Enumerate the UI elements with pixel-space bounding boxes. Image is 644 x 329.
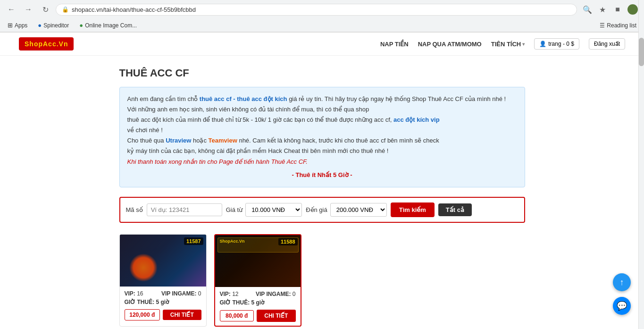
search-filters: Mã số Giá từ 10.000 VNĐ Đến giá 200.000 … (119, 197, 525, 223)
extensions-btn[interactable]: ■ (611, 3, 624, 16)
lock-icon: 🔒 (62, 6, 69, 13)
chat-button[interactable]: 💬 (613, 297, 631, 315)
forward-button[interactable]: → (22, 3, 35, 16)
price-button-1[interactable]: 120,000 đ (125, 309, 160, 321)
account-button[interactable]: 👤 trang - 0 $ (534, 38, 579, 50)
refresh-button[interactable]: ↻ (39, 3, 52, 16)
info-text-7: hoặc (193, 137, 209, 144)
browser-toolbar: ← → ↻ 🔒 shopacc.vn/tai-khoan/thue-acc-cf… (0, 0, 644, 19)
reading-list-label: Reading list (607, 22, 636, 29)
product-id-badge-2: 11588 (278, 238, 298, 245)
product-stats-1: VIP: 16 VIP INGAME: 0 (125, 290, 201, 297)
bookmark-apps-label: Apps (15, 22, 27, 29)
search-button[interactable]: Tìm kiếm (391, 202, 435, 217)
page-wrapper: ShopAcc.Vn NAP TIỀN NAP QUA ATM/MOMO TIÊ… (0, 33, 644, 329)
product-stats-2: VIP: 12 VIP INGAME: 0 (220, 291, 296, 297)
scrollbar[interactable] (638, 0, 644, 329)
vip-ingame-label-2: VIP INGAME: 0 (256, 291, 295, 297)
info-box: Anh em đang cần tìm chỗ thuê acc cf - th… (119, 87, 525, 187)
search-action-btn[interactable]: 🔍 (581, 3, 594, 16)
main-content: THUÊ ACC CF Anh em đang cần tìm chỗ thuê… (110, 56, 535, 329)
ma-so-label: Mã số (126, 206, 143, 213)
product-actions-2: 80,000 đ CHI TIẾT (220, 310, 296, 322)
product-info-2: VIP: 12 VIP INGAME: 0 GIỜ THUÊ: 5 giờ 80… (215, 287, 301, 326)
vip-label-2: VIP: 12 (220, 291, 239, 297)
url-text: shopacc.vn/tai-khoan/thue-acc-cf-55b9bfc… (72, 6, 571, 13)
bookmark-online-image-label: Online Image Com... (85, 22, 137, 29)
info-text-9: kỷ máy tính của các bạn, không cài đặt p… (127, 147, 389, 154)
logout-button[interactable]: Đăng xuất (589, 38, 625, 50)
online-image-icon: ● (79, 22, 83, 29)
info-text-6: Cho thuê qua (127, 137, 166, 144)
product-card-1: 11587 VIP: 16 VIP INGAME: 0 GIỜ THUÊ: 5 … (119, 234, 207, 327)
bookmark-spineditor-label: Spineditor (43, 22, 69, 29)
products-grid: 11587 VIP: 16 VIP INGAME: 0 GIỜ THUÊ: 5 … (119, 234, 525, 327)
product-image-1: 11587 (120, 235, 206, 287)
product-id-badge-1: 11587 (184, 237, 203, 245)
price-button-2[interactable]: 80,000 đ (220, 310, 254, 321)
nav-tien-ich[interactable]: TIÊN TÍCH ▾ (491, 41, 525, 48)
gia-tu-group: Giá từ 10.000 VNĐ (226, 203, 302, 217)
product-hours-2: GIỜ THUÊ: 5 giờ (220, 299, 296, 306)
info-highlight-3: Utraview (166, 137, 191, 144)
info-text-4: thuê acc đột kích của mình để thuê chỉ t… (127, 116, 394, 123)
info-min-hours: - Thuê ít Nhất 5 Giờ - (127, 170, 517, 180)
scroll-up-icon: ↑ (620, 278, 624, 287)
den-gia-label: Đến giá (306, 206, 327, 213)
bookmark-online-image[interactable]: ● Online Image Com... (76, 21, 140, 30)
detail-button-1[interactable]: CHI TIẾT (163, 310, 201, 320)
browser-chrome: ← → ↻ 🔒 shopacc.vn/tai-khoan/thue-acc-cf… (0, 0, 644, 33)
info-text-2: giá rẻ uy tín. Thì hãy truy cập ngay hệ … (289, 95, 506, 102)
info-text-8: nhé. Cam kết là không hack, trước khi ch… (239, 137, 439, 144)
product-info-1: VIP: 16 VIP INGAME: 0 GIỜ THUÊ: 5 giờ 12… (120, 287, 206, 324)
den-gia-select[interactable]: 200.000 VNĐ (330, 203, 387, 217)
bookmark-spineditor[interactable]: ● Spineditor (35, 21, 72, 30)
scrollbar-thumb[interactable] (639, 38, 644, 66)
info-highlight-4: Teamview (209, 137, 237, 144)
site-nav: NAP TIỀN NAP QUA ATM/MOMO TIÊN TÍCH ▾ 👤 … (380, 38, 625, 50)
bookmark-apps[interactable]: ⊞ Apps (5, 21, 30, 30)
apps-grid-icon: ⊞ (8, 22, 13, 29)
info-text-3: Với những anh em học sinh, sinh viên khô… (127, 106, 369, 113)
gia-tu-label: Giá từ (226, 206, 243, 213)
star-action-btn[interactable]: ★ (596, 3, 609, 16)
profile-btn[interactable] (626, 3, 639, 16)
page-title: THUÊ ACC CF (119, 67, 525, 79)
address-bar[interactable]: 🔒 shopacc.vn/tai-khoan/thue-acc-cf-55b9b… (56, 4, 577, 16)
vip-ingame-label-1: VIP INGAME: 0 (161, 290, 201, 297)
den-gia-group: Đến giá 200.000 VNĐ (306, 203, 387, 217)
vip-label-1: VIP: 16 (125, 290, 143, 297)
site-header: ShopAcc.Vn NAP TIỀN NAP QUA ATM/MOMO TIÊ… (0, 33, 644, 56)
site-logo: ShopAcc.Vn (19, 37, 74, 51)
product-image-2: ShopAcc.Vn 11588 (215, 235, 301, 287)
info-highlight-5: Khi thanh toán xong nhắn tin cho Page để… (127, 158, 308, 165)
product-card-2: ShopAcc.Vn 11588 VIP: 12 VIP INGAME: 0 (214, 234, 301, 327)
chevron-down-icon: ▾ (522, 42, 525, 47)
info-text-5: về chơi nhé ! (127, 127, 163, 134)
info-highlight-2: acc đột kích vip (393, 116, 440, 123)
browser-actions: 🔍 ★ ■ (581, 3, 639, 16)
product-hours-1: GIỜ THUÊ: 5 giờ (125, 299, 201, 305)
info-highlight-1: thuê acc cf - thuê acc đột kích (200, 95, 287, 102)
game-logo-overlay: ShopAcc.Vn (220, 239, 245, 244)
scroll-to-top-button[interactable]: ↑ (613, 273, 631, 291)
account-icon: 👤 (539, 41, 546, 47)
all-button[interactable]: Tất cả (438, 203, 472, 216)
info-text-1: Anh em đang cần tìm chỗ (127, 95, 200, 102)
ma-so-input[interactable] (147, 203, 222, 216)
reading-list-button[interactable]: ☰ Reading list (597, 21, 639, 30)
back-button[interactable]: ← (5, 3, 18, 16)
detail-button-2[interactable]: CHI TIẾT (257, 310, 296, 322)
reading-list-icon: ☰ (600, 22, 605, 29)
nav-nap-qua-atm[interactable]: NAP QUA ATM/MOMO (418, 41, 482, 48)
gia-tu-select[interactable]: 10.000 VNĐ (245, 203, 302, 217)
bookmarks-bar: ⊞ Apps ● Spineditor ● Online Image Com..… (0, 19, 644, 32)
nav-nap-tien[interactable]: NAP TIỀN (380, 41, 409, 48)
spineditor-icon: ● (38, 22, 42, 29)
chat-icon: 💬 (617, 301, 627, 311)
product-actions-1: 120,000 đ CHI TIẾT (125, 309, 201, 321)
